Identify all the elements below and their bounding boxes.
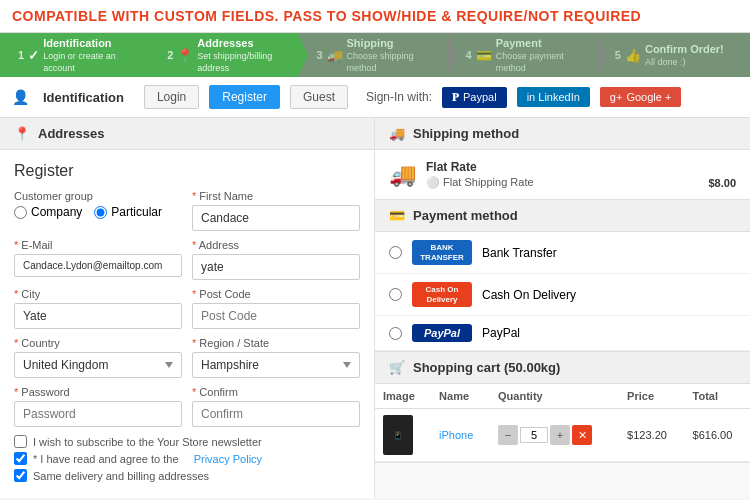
confirm-group: Confirm [192, 386, 360, 427]
company-radio[interactable] [14, 206, 27, 219]
cash-delivery-option[interactable]: Cash On Delivery Cash On Delivery [375, 274, 750, 316]
bank-transfer-option[interactable]: BANK TRANSFER Bank Transfer [375, 232, 750, 274]
paypal-icon: 𝐏 [452, 91, 459, 104]
step-5-sub: All done :) [645, 57, 686, 67]
user-icon: 👤 [12, 89, 29, 105]
particular-radio-label[interactable]: Particular [94, 205, 162, 219]
password-group: Password [14, 386, 182, 427]
step-payment[interactable]: 4 💳 Payment Choose payment method [448, 33, 597, 77]
first-name-input[interactable] [192, 205, 360, 231]
step-identification[interactable]: 1 ✓ Identification Login or create an ac… [0, 33, 149, 77]
address-input[interactable] [192, 254, 360, 280]
shipping-method-header: 🚚 Shipping method [375, 118, 750, 150]
city-group: City [14, 288, 182, 329]
customer-group-group: Customer group Company Particular [14, 190, 182, 231]
same-address-row: Same delivery and billing addresses [14, 469, 360, 482]
city-label: City [14, 288, 182, 300]
company-radio-label[interactable]: Company [14, 205, 82, 219]
step-addresses[interactable]: 2 📍 Addresses Set shipping/billing addre… [149, 33, 298, 77]
product-price: $123.20 [619, 409, 684, 462]
payment-method-section: 💳 Payment method BANK TRANSFER Bank Tran… [375, 200, 750, 352]
address-label: Address [192, 239, 360, 251]
quantity-cell: − + ✕ [490, 409, 619, 462]
col-quantity: Quantity [490, 384, 619, 409]
customer-group-label: Customer group [14, 190, 182, 202]
google-plus-icon: g+ [610, 91, 623, 103]
paypal-badge: PayPal [412, 324, 472, 342]
shipping-method-section: 🚚 Shipping method 🚚 Flat Rate ⚪ Flat Shi… [375, 118, 750, 200]
product-name-cell: iPhone [431, 409, 490, 462]
email-group: E-Mail [14, 239, 182, 280]
bank-label: Bank Transfer [482, 246, 557, 260]
shopping-cart-section: 🛒 Shopping cart (50.00kg) Image Name Qua… [375, 352, 750, 463]
quantity-input[interactable] [520, 427, 548, 443]
step-1-title: Identification [43, 37, 139, 49]
same-address-text: Same delivery and billing addresses [33, 470, 209, 482]
region-select[interactable]: Hampshire [192, 352, 360, 378]
step-1-number: 1 [18, 49, 24, 61]
country-label: Country [14, 337, 182, 349]
shipping-price: $8.00 [708, 177, 736, 189]
truck-header-icon: 🚚 [389, 126, 405, 141]
qty-plus-button[interactable]: + [550, 425, 570, 445]
country-select[interactable]: United Kingdom [14, 352, 182, 378]
customer-group-row: Customer group Company Particular First [14, 190, 360, 231]
confirm-label: Confirm [192, 386, 360, 398]
step-4-title: Payment [496, 37, 587, 49]
shipping-method-label: Shipping method [413, 126, 519, 141]
cash-radio[interactable] [389, 288, 402, 301]
step-2-icon: 📍 [177, 48, 193, 63]
linkedin-signin-button[interactable]: in LinkedIn [517, 87, 590, 107]
banner: COMPATIBLE WITH CUSTOM FIELDS. PASS TO S… [0, 0, 750, 33]
newsletter-checkbox[interactable] [14, 435, 27, 448]
city-input[interactable] [14, 303, 182, 329]
register-form: Register Customer group Company Particul… [0, 150, 374, 498]
left-panel: 📍 Addresses Register Customer group Comp… [0, 118, 375, 498]
privacy-checkbox[interactable] [14, 452, 27, 465]
cart-icon: 🛒 [389, 360, 405, 375]
step-4-number: 4 [466, 49, 472, 61]
first-name-group: First Name [192, 190, 360, 231]
step-confirm[interactable]: 5 👍 Confirm Order! All done :) [597, 33, 750, 77]
payment-method-label: Payment method [413, 208, 518, 223]
tab-register[interactable]: Register [209, 85, 280, 109]
postcode-input[interactable] [192, 303, 360, 329]
google-signin-button[interactable]: g+ Google + [600, 87, 682, 107]
paypal-option[interactable]: PayPal PayPal [375, 316, 750, 351]
col-name: Name [431, 384, 490, 409]
same-address-checkbox[interactable] [14, 469, 27, 482]
addresses-header: 📍 Addresses [0, 118, 374, 150]
qty-minus-button[interactable]: − [498, 425, 518, 445]
password-input[interactable] [14, 401, 182, 427]
flat-rate-row: ⚪ Flat Shipping Rate $8.00 [426, 176, 736, 189]
step-shipping[interactable]: 3 🚚 Shipping Choose shipping method [298, 33, 447, 77]
privacy-link[interactable]: Privacy Policy [194, 453, 262, 465]
cash-badge: Cash On Delivery [412, 282, 472, 307]
bank-radio[interactable] [389, 246, 402, 259]
shipping-info: Flat Rate ⚪ Flat Shipping Rate $8.00 [426, 160, 736, 189]
postcode-label: Post Code [192, 288, 360, 300]
email-label: E-Mail [14, 239, 182, 251]
product-link[interactable]: iPhone [439, 429, 473, 441]
city-postcode-row: City Post Code [14, 288, 360, 329]
tab-guest[interactable]: Guest [290, 85, 348, 109]
email-input[interactable] [14, 254, 182, 277]
step-2-sub: Set shipping/billing address [197, 51, 272, 73]
shipping-rate-radio: ⚪ Flat Shipping Rate [426, 176, 534, 189]
col-image: Image [375, 384, 431, 409]
privacy-row: * I have read and agree to the Privacy P… [14, 452, 360, 465]
card-header-icon: 💳 [389, 208, 405, 223]
paypal-signin-button[interactable]: 𝐏 Paypal [442, 87, 507, 108]
paypal-radio[interactable] [389, 327, 402, 340]
signin-label: Sign-In with: [366, 90, 432, 104]
qty-remove-button[interactable]: ✕ [572, 425, 592, 445]
step-4-sub: Choose payment method [496, 51, 564, 73]
particular-radio[interactable] [94, 206, 107, 219]
banner-text: COMPATIBLE WITH CUSTOM FIELDS. PASS TO S… [12, 8, 738, 24]
confirm-input[interactable] [192, 401, 360, 427]
product-image: 📱 [383, 415, 413, 455]
tab-login[interactable]: Login [144, 85, 199, 109]
identification-label: Identification [43, 90, 124, 105]
quantity-control: − + ✕ [498, 425, 611, 445]
region-label: Region / State [192, 337, 360, 349]
